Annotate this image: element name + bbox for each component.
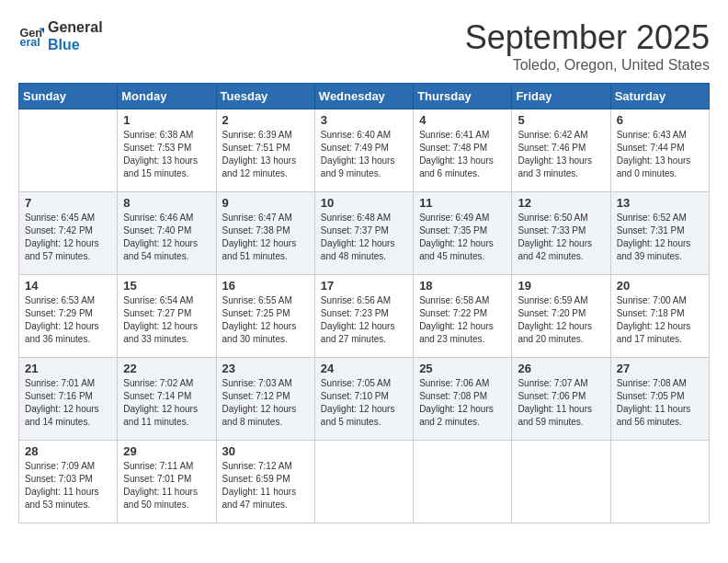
day-number: 8 (123, 196, 210, 210)
day-info: Sunrise: 6:42 AM Sunset: 7:46 PM Dayligh… (518, 129, 604, 180)
calendar-cell: 17Sunrise: 6:56 AM Sunset: 7:23 PM Dayli… (314, 275, 413, 358)
calendar-cell: 21Sunrise: 7:01 AM Sunset: 7:16 PM Dayli… (19, 358, 118, 441)
day-info: Sunrise: 6:48 AM Sunset: 7:37 PM Dayligh… (321, 212, 407, 263)
day-number: 15 (123, 279, 210, 293)
day-info: Sunrise: 6:46 AM Sunset: 7:40 PM Dayligh… (123, 212, 210, 263)
day-number: 9 (222, 196, 309, 210)
calendar-cell: 15Sunrise: 6:54 AM Sunset: 7:27 PM Dayli… (118, 275, 216, 358)
day-info: Sunrise: 7:08 AM Sunset: 7:05 PM Dayligh… (617, 377, 703, 429)
calendar-cell: 2Sunrise: 6:39 AM Sunset: 7:51 PM Daylig… (216, 109, 314, 192)
day-number: 2 (222, 113, 309, 127)
calendar-cell: 3Sunrise: 6:40 AM Sunset: 7:49 PM Daylig… (314, 109, 413, 192)
day-info: Sunrise: 6:40 AM Sunset: 7:49 PM Dayligh… (321, 129, 407, 180)
day-number: 25 (419, 362, 506, 375)
logo-line2: Blue (48, 36, 103, 53)
day-info: Sunrise: 6:54 AM Sunset: 7:27 PM Dayligh… (123, 294, 210, 346)
day-number: 5 (518, 113, 604, 127)
day-number: 19 (518, 279, 604, 293)
day-number: 1 (123, 113, 210, 127)
day-number: 21 (25, 362, 111, 375)
weekday-header-wednesday: Wednesday (314, 84, 413, 109)
calendar-cell: 12Sunrise: 6:50 AM Sunset: 7:33 PM Dayli… (512, 192, 610, 275)
day-info: Sunrise: 7:05 AM Sunset: 7:10 PM Dayligh… (321, 377, 407, 429)
calendar-cell: 1Sunrise: 6:38 AM Sunset: 7:53 PM Daylig… (118, 109, 216, 192)
calendar-week-row: 7Sunrise: 6:45 AM Sunset: 7:42 PM Daylig… (19, 192, 710, 275)
logo: Gen eral General Blue (18, 18, 103, 53)
day-info: Sunrise: 6:45 AM Sunset: 7:42 PM Dayligh… (25, 212, 111, 263)
calendar-cell: 19Sunrise: 6:59 AM Sunset: 7:20 PM Dayli… (512, 275, 610, 358)
day-info: Sunrise: 6:59 AM Sunset: 7:20 PM Dayligh… (518, 294, 604, 346)
day-info: Sunrise: 7:11 AM Sunset: 7:01 PM Dayligh… (123, 460, 210, 511)
day-number: 7 (25, 196, 111, 210)
weekday-header-tuesday: Tuesday (216, 84, 314, 109)
location-title: Toledo, Oregon, United States (465, 57, 710, 74)
logo-line1: General (48, 18, 103, 36)
day-number: 23 (222, 362, 309, 375)
calendar-cell (314, 441, 413, 523)
calendar: SundayMondayTuesdayWednesdayThursdayFrid… (18, 83, 710, 523)
day-info: Sunrise: 7:09 AM Sunset: 7:03 PM Dayligh… (25, 460, 111, 511)
calendar-cell: 10Sunrise: 6:48 AM Sunset: 7:37 PM Dayli… (314, 192, 413, 275)
calendar-cell: 7Sunrise: 6:45 AM Sunset: 7:42 PM Daylig… (19, 192, 118, 275)
calendar-cell: 25Sunrise: 7:06 AM Sunset: 7:08 PM Dayli… (414, 358, 512, 441)
day-number: 6 (617, 113, 703, 127)
calendar-cell: 6Sunrise: 6:43 AM Sunset: 7:44 PM Daylig… (610, 109, 709, 192)
day-number: 3 (321, 113, 407, 127)
page-header: Gen eral General Blue September 2025 Tol… (18, 18, 710, 74)
calendar-cell: 26Sunrise: 7:07 AM Sunset: 7:06 PM Dayli… (512, 358, 610, 441)
day-number: 4 (419, 113, 506, 127)
day-number: 17 (321, 279, 407, 293)
day-number: 12 (518, 196, 604, 210)
weekday-header-friday: Friday (512, 84, 610, 109)
day-info: Sunrise: 7:02 AM Sunset: 7:14 PM Dayligh… (123, 377, 210, 429)
day-info: Sunrise: 6:38 AM Sunset: 7:53 PM Dayligh… (123, 129, 210, 180)
day-info: Sunrise: 6:58 AM Sunset: 7:22 PM Dayligh… (419, 294, 506, 346)
day-number: 14 (25, 279, 111, 293)
day-info: Sunrise: 7:03 AM Sunset: 7:12 PM Dayligh… (222, 377, 309, 429)
day-info: Sunrise: 6:39 AM Sunset: 7:51 PM Dayligh… (222, 129, 309, 180)
calendar-week-row: 1Sunrise: 6:38 AM Sunset: 7:53 PM Daylig… (19, 109, 710, 192)
day-number: 27 (617, 362, 703, 375)
weekday-header-saturday: Saturday (610, 84, 709, 109)
calendar-cell: 14Sunrise: 6:53 AM Sunset: 7:29 PM Dayli… (19, 275, 118, 358)
calendar-week-row: 14Sunrise: 6:53 AM Sunset: 7:29 PM Dayli… (19, 275, 710, 358)
day-info: Sunrise: 6:41 AM Sunset: 7:48 PM Dayligh… (419, 129, 506, 180)
day-number: 16 (222, 279, 309, 293)
calendar-cell: 27Sunrise: 7:08 AM Sunset: 7:05 PM Dayli… (610, 358, 709, 441)
calendar-cell: 11Sunrise: 6:49 AM Sunset: 7:35 PM Dayli… (414, 192, 512, 275)
day-number: 20 (617, 279, 703, 293)
calendar-cell (414, 441, 512, 523)
day-info: Sunrise: 7:12 AM Sunset: 6:59 PM Dayligh… (222, 460, 309, 511)
calendar-header-row: SundayMondayTuesdayWednesdayThursdayFrid… (19, 84, 710, 109)
day-info: Sunrise: 7:01 AM Sunset: 7:16 PM Dayligh… (25, 377, 111, 429)
calendar-cell: 30Sunrise: 7:12 AM Sunset: 6:59 PM Dayli… (216, 441, 314, 523)
calendar-cell: 18Sunrise: 6:58 AM Sunset: 7:22 PM Dayli… (414, 275, 512, 358)
day-info: Sunrise: 6:49 AM Sunset: 7:35 PM Dayligh… (419, 212, 506, 263)
calendar-cell: 13Sunrise: 6:52 AM Sunset: 7:31 PM Dayli… (610, 192, 709, 275)
svg-text:eral: eral (19, 36, 40, 49)
day-info: Sunrise: 7:00 AM Sunset: 7:18 PM Dayligh… (617, 294, 703, 346)
title-section: September 2025 Toledo, Oregon, United St… (465, 18, 710, 74)
day-number: 28 (25, 444, 111, 458)
day-number: 11 (419, 196, 506, 210)
calendar-cell (610, 441, 709, 523)
calendar-cell: 16Sunrise: 6:55 AM Sunset: 7:25 PM Dayli… (216, 275, 314, 358)
calendar-cell: 29Sunrise: 7:11 AM Sunset: 7:01 PM Dayli… (118, 441, 216, 523)
day-number: 18 (419, 279, 506, 293)
logo-icon: Gen eral (18, 23, 44, 49)
weekday-header-monday: Monday (118, 84, 216, 109)
calendar-cell: 8Sunrise: 6:46 AM Sunset: 7:40 PM Daylig… (118, 192, 216, 275)
calendar-week-row: 21Sunrise: 7:01 AM Sunset: 7:16 PM Dayli… (19, 358, 710, 441)
calendar-week-row: 28Sunrise: 7:09 AM Sunset: 7:03 PM Dayli… (19, 441, 710, 523)
day-info: Sunrise: 6:50 AM Sunset: 7:33 PM Dayligh… (518, 212, 604, 263)
calendar-cell: 9Sunrise: 6:47 AM Sunset: 7:38 PM Daylig… (216, 192, 314, 275)
day-info: Sunrise: 7:06 AM Sunset: 7:08 PM Dayligh… (419, 377, 506, 429)
weekday-header-sunday: Sunday (19, 84, 118, 109)
month-title: September 2025 (465, 18, 710, 57)
day-info: Sunrise: 6:55 AM Sunset: 7:25 PM Dayligh… (222, 294, 309, 346)
day-number: 30 (222, 444, 309, 458)
calendar-cell (19, 109, 118, 192)
calendar-cell: 24Sunrise: 7:05 AM Sunset: 7:10 PM Dayli… (314, 358, 413, 441)
calendar-cell: 28Sunrise: 7:09 AM Sunset: 7:03 PM Dayli… (19, 441, 118, 523)
weekday-header-thursday: Thursday (414, 84, 512, 109)
